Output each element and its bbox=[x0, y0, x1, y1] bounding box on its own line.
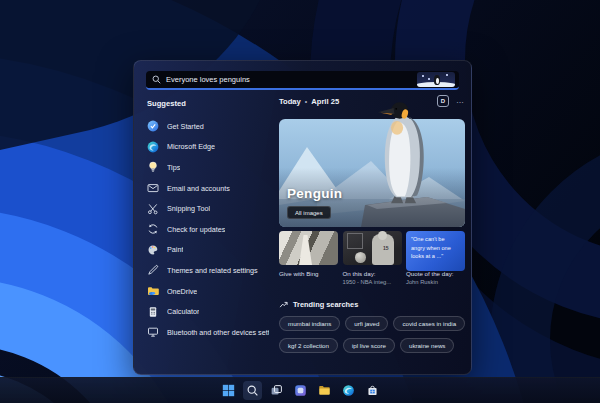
today-date: April 25 bbox=[311, 97, 339, 106]
task-view-button[interactable] bbox=[267, 381, 286, 400]
search-icon bbox=[152, 75, 161, 84]
card-subcaption: John Ruskin bbox=[406, 279, 465, 287]
more-options-button[interactable]: … bbox=[456, 98, 465, 104]
card-give-with-bing[interactable]: Give with Bing bbox=[279, 231, 338, 286]
calculator-icon bbox=[147, 306, 159, 318]
hero-image-card[interactable]: Penguin All images bbox=[279, 119, 465, 227]
tips-icon bbox=[147, 161, 159, 173]
trending-icon bbox=[279, 300, 288, 309]
trending-pill[interactable]: kgf 2 collection bbox=[279, 338, 338, 353]
email-icon bbox=[147, 182, 159, 194]
trending-pill[interactable]: urfi javed bbox=[345, 316, 388, 331]
taskbar bbox=[0, 377, 600, 403]
sidebar-item-label: Snipping Tool bbox=[167, 204, 210, 213]
sidebar-item-label: Email and accounts bbox=[167, 184, 230, 193]
sidebar-item-label: Microsoft Edge bbox=[167, 142, 215, 151]
sidebar-item-onedrive[interactable]: OneDrive bbox=[147, 282, 269, 301]
card-subcaption: 1950 - NBA integ... bbox=[343, 279, 402, 287]
sidebar-item-label: Get Started bbox=[167, 122, 204, 131]
quote-text: "One can't be angry when one looks at a … bbox=[411, 235, 460, 261]
sidebar-item-label: Check for updates bbox=[167, 225, 225, 234]
store-button[interactable] bbox=[363, 381, 382, 400]
taskbar-edge-icon bbox=[342, 384, 355, 397]
sidebar-item-email-accounts[interactable]: Email and accounts bbox=[147, 179, 269, 198]
quote-card-body: "One can't be angry when one looks at a … bbox=[406, 231, 465, 271]
get-started-icon bbox=[147, 120, 159, 132]
themes-icon bbox=[147, 264, 159, 276]
search-box[interactable] bbox=[146, 71, 459, 90]
sidebar-item-microsoft-edge[interactable]: Microsoft Edge bbox=[147, 138, 269, 157]
file-explorer-icon bbox=[318, 384, 331, 397]
sidebar-item-get-started[interactable]: Get Started bbox=[147, 117, 269, 136]
taskbar-search-icon bbox=[246, 384, 259, 397]
sidebar-item-label: Tips bbox=[167, 163, 180, 172]
today-separator: • bbox=[305, 98, 307, 105]
task-view-icon bbox=[270, 384, 283, 397]
trending-pill[interactable]: ipl live score bbox=[343, 338, 395, 353]
give-with-bing-image bbox=[279, 231, 338, 265]
start-button[interactable] bbox=[219, 381, 238, 400]
search-input[interactable] bbox=[166, 75, 417, 84]
paint-icon bbox=[147, 244, 159, 256]
card-on-this-day[interactable]: 15 On this day: 1950 - NBA integ... bbox=[343, 231, 402, 286]
suggested-title: Suggested bbox=[147, 99, 269, 108]
penguin-image bbox=[371, 101, 437, 205]
check-updates-icon bbox=[147, 223, 159, 235]
sidebar-item-themes-settings[interactable]: Themes and related settings bbox=[147, 261, 269, 280]
cards-row: Give with Bing 15 On this day: 1950 - NB… bbox=[279, 231, 465, 286]
card-caption: Quote of the day: bbox=[406, 270, 465, 279]
edge-button[interactable] bbox=[339, 381, 358, 400]
hero-title: Penguin bbox=[287, 186, 342, 201]
widgets-icon bbox=[294, 384, 307, 397]
bluetooth-devices-icon bbox=[147, 326, 159, 338]
search-panel: Suggested Get Started Microsoft Edge bbox=[133, 60, 472, 375]
rewards-badge[interactable]: D bbox=[437, 95, 449, 107]
today-label: Today bbox=[279, 97, 301, 106]
trending-title: Trending searches bbox=[293, 300, 358, 309]
on-this-day-image: 15 bbox=[343, 231, 402, 265]
penguin-searchbox-art bbox=[417, 72, 455, 87]
sidebar-item-label: Themes and related settings bbox=[167, 266, 258, 275]
sidebar-item-label: Bluetooth and other devices sett... bbox=[167, 328, 269, 337]
sidebar-item-label: Calculator bbox=[167, 307, 199, 316]
sidebar-item-snipping-tool[interactable]: Snipping Tool bbox=[147, 199, 269, 218]
trending-pill[interactable]: covid cases in india bbox=[393, 316, 465, 331]
sidebar-item-calculator[interactable]: Calculator bbox=[147, 302, 269, 321]
sidebar-item-bluetooth-devices[interactable]: Bluetooth and other devices sett... bbox=[147, 323, 269, 342]
card-caption: On this day: bbox=[343, 270, 402, 279]
sidebar-item-check-updates[interactable]: Check for updates bbox=[147, 220, 269, 239]
bing-content-column: Today • April 25 D … bbox=[279, 95, 465, 353]
card-caption: Give with Bing bbox=[279, 270, 338, 279]
all-images-button[interactable]: All images bbox=[287, 206, 331, 219]
sidebar-item-paint[interactable]: Paint bbox=[147, 241, 269, 260]
store-icon bbox=[366, 384, 379, 397]
widgets-button[interactable] bbox=[291, 381, 310, 400]
trending-pill[interactable]: mumbai indians bbox=[279, 316, 340, 331]
suggested-section: Suggested Get Started Microsoft Edge bbox=[147, 99, 269, 344]
file-explorer-button[interactable] bbox=[315, 381, 334, 400]
trending-pill[interactable]: ukraine news bbox=[400, 338, 454, 353]
sidebar-item-label: OneDrive bbox=[167, 287, 197, 296]
sidebar-item-tips[interactable]: Tips bbox=[147, 158, 269, 177]
onedrive-icon bbox=[147, 285, 159, 297]
card-quote-of-the-day[interactable]: "One can't be angry when one looks at a … bbox=[406, 231, 465, 286]
snipping-tool-icon bbox=[147, 203, 159, 215]
windows-start-icon bbox=[222, 384, 235, 397]
trending-section: Trending searches mumbai indians urfi ja… bbox=[279, 300, 465, 353]
search-button[interactable] bbox=[243, 381, 262, 400]
edge-icon bbox=[147, 141, 159, 153]
sidebar-item-label: Paint bbox=[167, 245, 183, 254]
